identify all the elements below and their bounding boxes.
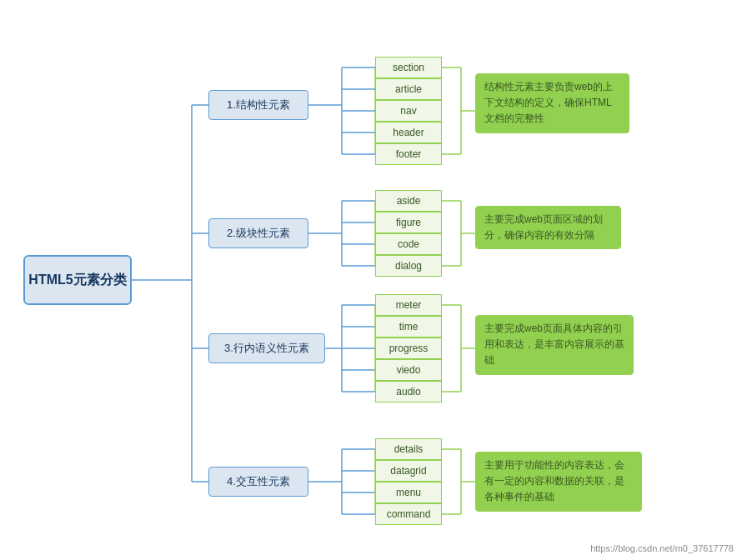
watermark: https://blog.csdn.net/m0_37617778 bbox=[590, 543, 734, 553]
item-nav: nav bbox=[375, 100, 442, 122]
item-header: header bbox=[375, 122, 442, 143]
cat1-label: 1.结构性元素 bbox=[227, 98, 290, 112]
item-section: section bbox=[375, 57, 442, 78]
item-time: time bbox=[375, 316, 442, 338]
item-viedo: viedo bbox=[375, 359, 442, 381]
item-footer: footer bbox=[375, 143, 442, 165]
cat3-label: 3.行内语义性元素 bbox=[224, 341, 309, 356]
item-meter: meter bbox=[375, 294, 442, 316]
item-menu: menu bbox=[375, 482, 442, 503]
item-article: article bbox=[375, 78, 442, 100]
cat4-label: 4.交互性元素 bbox=[227, 474, 290, 489]
item-aside: aside bbox=[375, 190, 442, 212]
cat2-label: 2.级块性元素 bbox=[227, 226, 290, 241]
item-audio: audio bbox=[375, 381, 442, 402]
desc-cat1: 结构性元素主要负责web的上下文结构的定义，确保HTML文档的完整性 bbox=[475, 73, 629, 133]
desc-cat2: 主要完成web页面区域的划分，确保内容的有效分隔 bbox=[475, 206, 621, 249]
category-1: 1.结构性元素 bbox=[208, 90, 308, 120]
diagram: HTML5元素分类 1.结构性元素 section article nav he… bbox=[0, 0, 742, 560]
item-code: code bbox=[375, 233, 442, 255]
item-figure: figure bbox=[375, 212, 442, 233]
main-node-label: HTML5元素分类 bbox=[28, 272, 126, 289]
item-command: command bbox=[375, 503, 442, 525]
main-node: HTML5元素分类 bbox=[23, 255, 132, 305]
category-4: 4.交互性元素 bbox=[208, 467, 308, 497]
item-datagrid: datagrid bbox=[375, 460, 442, 482]
category-2: 2.级块性元素 bbox=[208, 218, 308, 248]
item-progress: progress bbox=[375, 338, 442, 359]
desc-cat4: 主要用于功能性的内容表达，会有一定的内容和数据的关联，是各种事件的基础 bbox=[475, 452, 642, 512]
item-details: details bbox=[375, 438, 442, 460]
item-dialog: dialog bbox=[375, 255, 442, 277]
desc-cat3: 主要完成web页面具体内容的引用和表达，是丰富内容展示的基础 bbox=[475, 315, 634, 375]
category-3: 3.行内语义性元素 bbox=[208, 333, 325, 363]
